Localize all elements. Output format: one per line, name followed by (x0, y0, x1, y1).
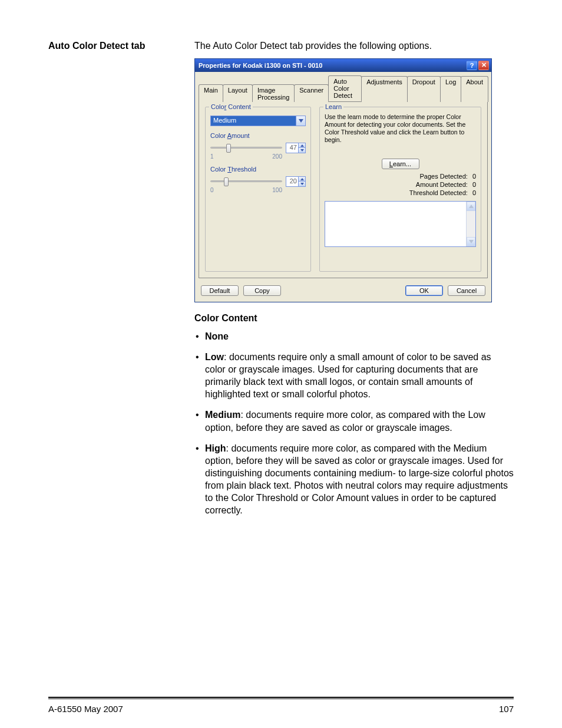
help-button[interactable]: ? (467, 61, 477, 70)
intro-text: The Auto Color Detect tab provides the f… (194, 40, 432, 52)
learn-group: Learn Use the learn mode to determine th… (319, 107, 481, 272)
color-content-legend: Color Content (209, 103, 253, 110)
color-threshold-max: 100 (272, 187, 282, 193)
learn-button[interactable]: Learn... (382, 159, 419, 169)
tab-strip: Main Layout Image Processing Scanner Aut… (195, 72, 491, 101)
tab-image-processing[interactable]: Image Processing (252, 84, 295, 102)
spin-down-icon[interactable] (298, 181, 305, 186)
color-amount-group: Color Amount 47 (210, 132, 306, 193)
pages-detected-value: 0 (472, 173, 476, 180)
ok-button[interactable]: OK (405, 285, 443, 296)
tab-log[interactable]: Log (440, 76, 461, 102)
tab-auto-color-detect[interactable]: Auto Color Detect (328, 75, 362, 101)
list-item: Low: documents require only a small amou… (194, 351, 514, 400)
amount-detected-value: 0 (472, 181, 476, 188)
color-amount-max: 200 (272, 153, 282, 160)
color-amount-slider[interactable] (210, 147, 282, 149)
learn-text: Use the learn mode to determine the prop… (325, 113, 476, 144)
footer-page-number: 107 (499, 704, 514, 714)
color-content-value: Medium (211, 116, 296, 126)
tab-layout[interactable]: Layout (223, 84, 253, 102)
tab-about[interactable]: About (461, 76, 488, 102)
list-item: None (194, 330, 514, 342)
learn-legend: Learn (323, 103, 343, 110)
color-threshold-min: 0 (210, 187, 214, 193)
pages-detected-label: Pages Detected: (420, 173, 468, 180)
tab-adjustments[interactable]: Adjustments (361, 76, 408, 102)
chevron-down-icon[interactable] (296, 116, 305, 126)
color-threshold-spin-value: 20 (286, 177, 298, 186)
list-item: High: documents require more color, as c… (194, 442, 514, 517)
color-threshold-slider[interactable] (210, 180, 282, 182)
amount-detected-label: Amount Detected: (416, 181, 468, 188)
color-amount-spin[interactable]: 47 (286, 143, 306, 153)
footer-rule (48, 697, 514, 699)
close-button[interactable]: ✕ (478, 61, 489, 70)
bullet-medium-text: : documents require more color, as compa… (205, 410, 485, 432)
color-content-heading: Color Content (194, 312, 514, 324)
section-title: Auto Color Detect tab (48, 40, 178, 52)
tab-panel: Color Content Medium Color Amount (199, 101, 488, 278)
titlebar-title: Properties for Kodak i1300 on STI - 0010 (199, 62, 465, 69)
bullet-medium-label: Medium (205, 410, 240, 420)
titlebar: Properties for Kodak i1300 on STI - 0010… (195, 59, 491, 72)
copy-button[interactable]: Copy (243, 285, 281, 296)
bullet-high-text: : documents require more color, as compa… (205, 443, 514, 516)
list-item: Medium: documents require more color, as… (194, 409, 514, 433)
color-threshold-spin[interactable]: 20 (286, 176, 306, 187)
tab-dropout[interactable]: Dropout (407, 76, 441, 102)
learn-results-list[interactable] (325, 201, 476, 247)
tab-scanner[interactable]: Scanner (294, 84, 329, 102)
dialog-button-row: Default Copy OK Cancel (195, 282, 491, 302)
color-amount-spin-value: 47 (286, 143, 298, 153)
footer-left: A-61550 May 2007 (48, 704, 123, 714)
tab-main[interactable]: Main (199, 84, 223, 102)
color-amount-label: Color Amount (210, 132, 250, 139)
spin-down-icon[interactable] (298, 147, 305, 153)
cancel-button[interactable]: Cancel (448, 285, 485, 296)
bullet-high-label: High (205, 443, 226, 453)
color-amount-min: 1 (210, 153, 214, 160)
default-button[interactable]: Default (201, 285, 239, 296)
threshold-detected-label: Threshold Detected: (409, 189, 468, 196)
spin-up-icon[interactable] (298, 143, 305, 148)
bullet-low-text: : documents require only a small amount … (205, 352, 491, 399)
color-content-combo[interactable]: Medium (210, 116, 306, 126)
slider-thumb-icon[interactable] (226, 144, 231, 153)
scroll-up-icon[interactable] (467, 202, 475, 211)
scroll-down-icon[interactable] (467, 237, 475, 246)
threshold-detected-value: 0 (472, 189, 476, 196)
spin-up-icon[interactable] (298, 177, 305, 182)
scrollbar[interactable] (466, 202, 475, 246)
color-content-group: Color Content Medium Color Amount (205, 107, 311, 272)
slider-thumb-icon[interactable] (224, 177, 229, 186)
bullet-low-label: Low (205, 352, 224, 362)
bullet-none-label: None (205, 331, 229, 341)
color-threshold-label: Color Threshold (210, 166, 256, 173)
properties-dialog: Properties for Kodak i1300 on STI - 0010… (194, 58, 492, 302)
